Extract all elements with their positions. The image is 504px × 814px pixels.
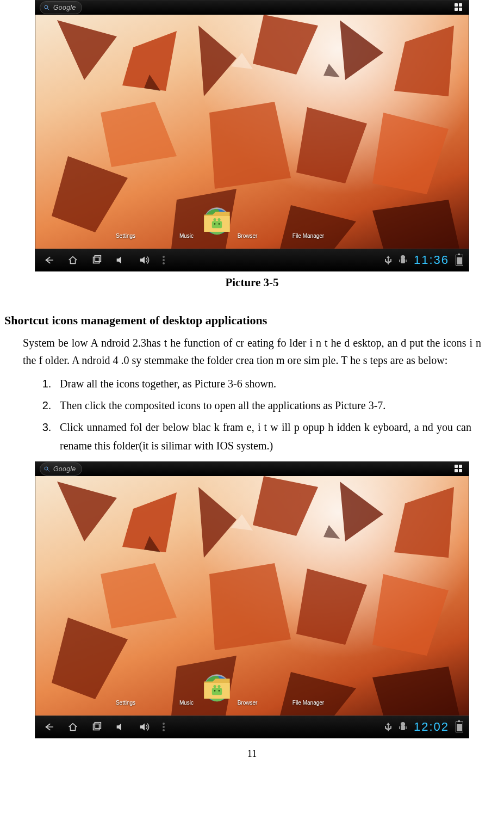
svg-marker-48 <box>296 569 367 645</box>
svg-marker-46 <box>101 563 177 628</box>
svg-marker-6 <box>340 20 383 80</box>
search-icon <box>43 4 50 11</box>
section-heading: Shortcut icons management of desktop app… <box>4 313 504 328</box>
svg-marker-15 <box>372 200 459 249</box>
home-icon[interactable] <box>67 721 79 733</box>
app-drawer-icon[interactable] <box>455 3 463 12</box>
svg-marker-18 <box>323 64 340 77</box>
overflow-menu-icon[interactable] <box>163 259 165 261</box>
svg-point-68 <box>219 690 220 692</box>
clock-text: 11:36 <box>414 253 449 267</box>
svg-marker-9 <box>209 102 291 189</box>
svg-marker-44 <box>340 482 383 541</box>
svg-marker-54 <box>231 514 253 531</box>
page-number: 11 <box>0 748 504 760</box>
svg-marker-11 <box>372 113 449 194</box>
android-debug-icon <box>399 722 407 732</box>
google-search-chip[interactable]: Google <box>40 462 82 476</box>
recent-apps-icon[interactable] <box>91 721 103 733</box>
svg-rect-64 <box>212 688 222 695</box>
list-item: Then click the composited icons to open … <box>54 396 471 415</box>
app-drawer-icon[interactable] <box>455 465 463 473</box>
system-navigation-bar: 12:02 <box>35 716 469 738</box>
svg-line-1 <box>48 9 49 10</box>
svg-rect-33 <box>401 258 405 263</box>
svg-rect-70 <box>95 723 101 729</box>
intro-paragraph: System be low A ndroid 2.3has t he funct… <box>23 334 481 369</box>
svg-marker-5 <box>253 15 318 75</box>
svg-marker-7 <box>394 26 454 96</box>
figure-caption-3-5: Picture 3-5 <box>0 276 504 289</box>
overflow-menu-icon[interactable] <box>163 726 165 728</box>
svg-point-29 <box>214 223 216 225</box>
clock-text: 12:02 <box>414 720 449 734</box>
svg-rect-31 <box>94 257 99 263</box>
battery-icon <box>456 255 463 266</box>
svg-point-66 <box>217 685 220 688</box>
home-app-row: Settings Music <box>106 671 328 706</box>
status-bar: Google <box>35 1 469 15</box>
search-icon <box>43 466 50 472</box>
usb-indicator-icon <box>384 722 392 732</box>
svg-marker-47 <box>209 563 291 650</box>
app-shortcut-filemanager[interactable]: File Manager <box>289 205 328 239</box>
volume-down-icon[interactable] <box>115 721 127 733</box>
file-manager-icon <box>295 205 321 231</box>
svg-rect-69 <box>94 724 99 730</box>
svg-point-38 <box>45 467 48 470</box>
list-item: Click unnamed fol der below blac k fram … <box>54 418 471 455</box>
android-debug-icon <box>399 255 407 265</box>
google-search-label: Google <box>53 465 76 473</box>
svg-point-27 <box>213 218 216 221</box>
home-icon[interactable] <box>67 254 79 266</box>
volume-down-icon[interactable] <box>115 254 127 266</box>
svg-marker-42 <box>198 487 237 558</box>
svg-point-67 <box>214 690 216 692</box>
home-app-row: Settings Music <box>106 205 328 239</box>
svg-marker-56 <box>323 525 340 539</box>
home-wallpaper: Settings Music <box>35 15 469 249</box>
svg-point-65 <box>213 685 216 688</box>
file-manager-icon <box>295 671 321 698</box>
back-icon[interactable] <box>43 721 55 733</box>
svg-point-0 <box>45 5 48 9</box>
svg-rect-32 <box>95 256 101 262</box>
svg-rect-26 <box>212 221 222 228</box>
svg-line-39 <box>48 470 49 472</box>
google-search-label: Google <box>53 4 76 11</box>
svg-marker-10 <box>296 107 367 183</box>
svg-marker-8 <box>101 102 177 167</box>
svg-point-28 <box>217 218 220 221</box>
list-item: Draw all the icons together, as Picture … <box>54 374 471 393</box>
svg-marker-45 <box>394 487 454 558</box>
volume-up-icon[interactable] <box>139 721 151 733</box>
steps-list: Draw all the icons together, as Picture … <box>33 374 471 455</box>
svg-marker-40 <box>57 482 117 541</box>
battery-icon <box>456 721 463 732</box>
svg-rect-71 <box>401 725 405 730</box>
screenshot-picture-3-6: Google <box>35 461 469 738</box>
volume-up-icon[interactable] <box>139 254 151 266</box>
svg-marker-43 <box>253 476 318 536</box>
svg-marker-16 <box>231 53 253 69</box>
system-navigation-bar: 11:36 <box>35 249 469 271</box>
svg-marker-2 <box>57 20 117 80</box>
home-wallpaper: Settings Music <box>35 476 469 716</box>
svg-point-30 <box>219 223 220 225</box>
svg-marker-53 <box>372 667 459 716</box>
svg-marker-49 <box>372 574 449 656</box>
google-search-chip[interactable]: Google <box>40 1 82 14</box>
screenshot-picture-3-5: Google <box>35 0 469 272</box>
app-shortcut-filemanager[interactable]: File Manager <box>289 671 328 706</box>
svg-marker-4 <box>198 26 237 96</box>
recent-apps-icon[interactable] <box>91 254 103 266</box>
status-bar: Google <box>35 462 469 476</box>
usb-indicator-icon <box>384 255 392 265</box>
back-icon[interactable] <box>43 254 55 266</box>
